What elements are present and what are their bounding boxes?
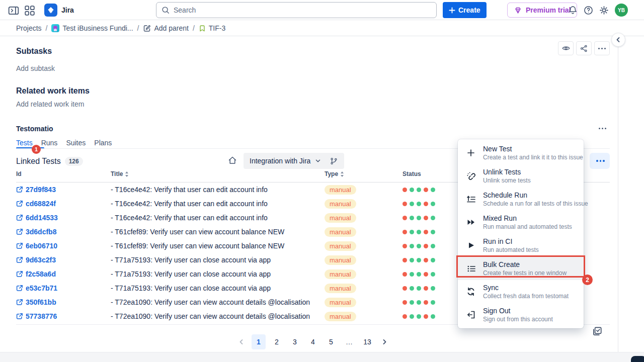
status-dots xyxy=(403,309,435,323)
menu-item-new-test[interactable]: New TestCreate a test and link it it to … xyxy=(458,141,584,164)
column-header-type[interactable]: Type xyxy=(325,170,344,177)
test-id-link[interactable]: f2c58a6d xyxy=(16,267,56,281)
testomatio-tabs: TestsRunsSuitesPlans xyxy=(16,139,112,151)
settings-gear-icon[interactable] xyxy=(599,5,610,16)
status-dot-pass xyxy=(431,216,435,220)
test-title: - T16ce4e42: Verify that user can edit a… xyxy=(111,197,268,211)
issue-more-button[interactable] xyxy=(594,41,610,55)
menu-item-subtitle: Create few tests in one window xyxy=(483,269,567,277)
help-icon[interactable] xyxy=(583,5,594,16)
menu-item-schedule-run[interactable]: Schedule RunSchedule a run for all tests… xyxy=(458,188,584,211)
test-id-link[interactable]: 9d63c2f3 xyxy=(16,253,56,267)
menu-item-subtitle: Run manual and automated tests xyxy=(483,223,572,230)
testomatio-more-button[interactable] xyxy=(597,126,608,131)
column-header-status: Status xyxy=(403,170,421,177)
status-dot-fail xyxy=(403,258,407,262)
premium-trial-button[interactable]: Premium trial xyxy=(507,3,577,18)
premium-trial-label: Premium trial xyxy=(526,6,571,14)
right-panel-divider xyxy=(618,36,618,362)
status-dot-fail xyxy=(403,314,407,319)
expand-sidebar-icon[interactable] xyxy=(8,5,19,16)
menu-item-sign-out[interactable]: Sign OutSign out from this account xyxy=(458,303,584,326)
status-dot-fail xyxy=(424,188,428,192)
type-badge: manual xyxy=(325,199,356,209)
menu-item-run-in-ci[interactable]: Run in CIRun automated tests xyxy=(458,234,584,257)
gem-icon xyxy=(514,6,522,15)
test-id-link[interactable]: cd68824f xyxy=(16,197,56,211)
menu-item-sync[interactable]: SyncCollect fresh data from testomat xyxy=(458,280,584,303)
user-avatar[interactable]: YB xyxy=(615,4,628,17)
test-title: - T61cfef89: Verify user can view accoun… xyxy=(111,225,284,239)
status-dot-fail xyxy=(403,216,407,220)
status-dot-pass xyxy=(417,188,421,192)
tab-plans[interactable]: Plans xyxy=(94,139,112,151)
menu-item-unlink-tests[interactable]: Unlink TestsUnlink some tests xyxy=(458,164,584,188)
external-link-icon xyxy=(16,313,23,320)
pagination-page-4[interactable]: 4 xyxy=(306,334,320,349)
search-input[interactable] xyxy=(156,2,437,18)
test-id-link[interactable]: 6eb06710 xyxy=(16,239,57,253)
test-id-link[interactable]: 57738776 xyxy=(16,309,57,323)
status-dot-pass xyxy=(410,286,414,291)
notifications-bell-icon[interactable] xyxy=(568,5,579,16)
status-dot-pass xyxy=(431,272,435,277)
test-id-link[interactable]: 350f61bb xyxy=(16,295,56,309)
menu-item-bulk-create[interactable]: Bulk CreateCreate few tests in one windo… xyxy=(458,257,584,280)
pagination-ellipsis: … xyxy=(342,334,356,349)
external-link-icon xyxy=(16,270,23,278)
add-subtask-button[interactable]: Add subtask xyxy=(16,64,55,72)
test-title: - T71a75193: Verify user can close accou… xyxy=(111,253,271,267)
status-dot-pass xyxy=(417,258,421,262)
test-id-link[interactable]: 27d9f843 xyxy=(16,183,56,197)
status-dot-fail xyxy=(403,188,407,192)
breadcrumb-issue-key[interactable]: TIF-3 xyxy=(199,24,225,32)
app-title: Jira xyxy=(61,6,74,14)
menu-item-title: Unlink Tests xyxy=(483,168,531,176)
pagination-prev-button[interactable] xyxy=(235,334,248,349)
status-dot-pass xyxy=(410,230,414,234)
multi-select-button[interactable] xyxy=(592,326,603,337)
add-related-work-item-button[interactable]: Add related work item xyxy=(16,100,84,108)
jira-logo-icon[interactable] xyxy=(44,4,57,17)
add-parent-button[interactable]: Add parent xyxy=(143,24,189,32)
external-link-icon xyxy=(16,200,23,207)
expand-right-panel-button[interactable] xyxy=(611,33,625,47)
app-switcher-icon[interactable] xyxy=(24,5,35,16)
breadcrumb-project[interactable]: Test iBusiness Fundi... xyxy=(51,24,133,32)
create-button[interactable]: Create xyxy=(443,2,487,18)
pagination-page-3[interactable]: 3 xyxy=(288,334,302,349)
column-header-title[interactable]: Title xyxy=(111,170,129,177)
pagination-page-1[interactable]: 1 xyxy=(252,334,266,349)
tab-runs[interactable]: Runs xyxy=(41,139,58,151)
pagination-page-2[interactable]: 2 xyxy=(270,334,284,349)
status-dots xyxy=(403,183,435,197)
type-badge: manual xyxy=(325,269,356,279)
test-id-link[interactable]: 3d6dcfb8 xyxy=(16,225,56,239)
linked-tests-header: Linked Tests 126 xyxy=(16,157,83,166)
test-id-link[interactable]: 6dd14533 xyxy=(16,211,58,225)
pagination-page-13[interactable]: 13 xyxy=(360,334,374,349)
tab-tests[interactable]: Tests xyxy=(16,139,33,151)
test-title: - T61cfef89: Verify user can view accoun… xyxy=(111,239,284,253)
menu-item-title: New Test xyxy=(483,145,577,153)
watch-eye-button[interactable] xyxy=(558,41,574,55)
play-icon xyxy=(465,240,477,250)
pagination-page-5[interactable]: 5 xyxy=(324,334,338,349)
status-dot-pass xyxy=(431,314,435,319)
external-link-icon xyxy=(16,242,23,249)
share-button[interactable] xyxy=(576,41,592,55)
home-button[interactable] xyxy=(227,155,239,167)
breadcrumb-projects[interactable]: Projects xyxy=(16,24,42,32)
linked-tests-more-button[interactable] xyxy=(590,153,610,169)
test-id-link[interactable]: e53c7b71 xyxy=(16,281,57,295)
breadcrumb-bar: Projects / Test iBusiness Fundi... / Add… xyxy=(0,20,644,36)
status-dot-fail xyxy=(403,272,407,277)
column-header-id[interactable]: Id xyxy=(16,170,22,177)
pagination-next-button[interactable] xyxy=(378,334,390,349)
menu-item-mixed-run[interactable]: Mixed RunRun manual and automated tests xyxy=(458,211,584,234)
status-dot-pass xyxy=(417,216,421,220)
chat-widget-corner[interactable] xyxy=(631,356,644,362)
branch-icon[interactable] xyxy=(330,157,338,165)
project-dropdown[interactable]: Integration with Jira xyxy=(244,153,344,169)
tab-suites[interactable]: Suites xyxy=(66,139,86,151)
